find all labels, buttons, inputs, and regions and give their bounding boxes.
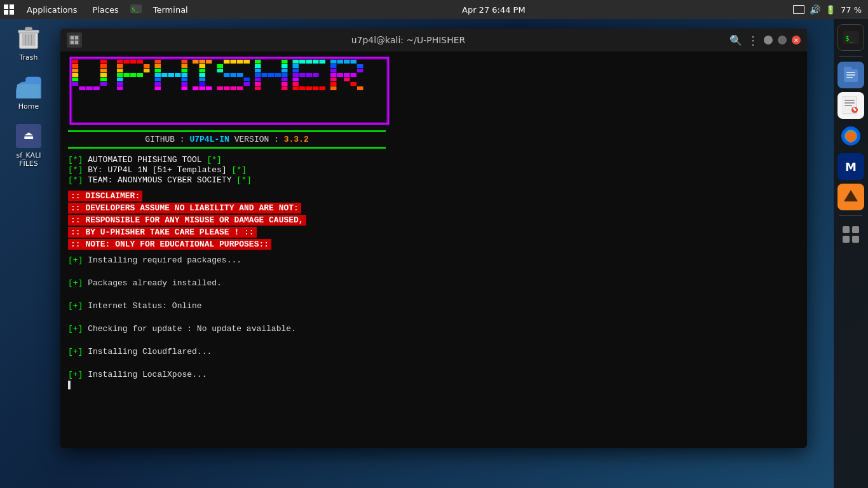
terminal-title: u7p4l@kali: ~/U-PHISHER: [87, 35, 729, 45]
github-user: U7P4L-IN: [189, 135, 229, 144]
asterisk-line-2: [*] BY: U7P4L 1N [51+ Templates] [*]: [68, 165, 799, 175]
green-divider-bottom: [68, 147, 386, 149]
menu-icon[interactable]: ⋮: [747, 34, 759, 47]
dock-separator-2: [839, 215, 862, 216]
asterisk-line-1: [*] AUTOMATED PHISHING TOOL [*]: [68, 155, 799, 165]
status-cloudflared: [+] Installing Cloudflared...: [68, 347, 799, 356]
logo-container: [68, 57, 799, 126]
svg-rect-23: [846, 77, 853, 78]
disclaimer-line-4: :: BY U-PHISHER TAKE CARE PLEASE ! ::: [68, 227, 257, 238]
desktop-icons: Trash Home ⏏ sf_KALI FILES: [6, 25, 51, 168]
right-dock: $_ M: [834, 19, 868, 488]
svg-rect-21: [846, 72, 855, 73]
terminal-taskbar-btn[interactable]: Terminal: [147, 4, 194, 16]
taskbar-left: Applications Places $_ Terminal: [0, 4, 194, 16]
home-icon-image: [16, 74, 41, 100]
version-num: 3.3.2: [284, 135, 309, 144]
svg-text:$_: $_: [132, 6, 139, 13]
trash-icon-image: [16, 25, 41, 51]
battery-level: 77 %: [841, 5, 862, 15]
svg-text:M: M: [845, 160, 857, 173]
svg-rect-5: [25, 27, 32, 30]
status-localxpose: [+] Installing LocalXpose...: [68, 370, 799, 379]
svg-rect-25: [844, 100, 855, 101]
info-line: GITHUB : U7P4L-IN VERSION : 3.3.2: [68, 135, 386, 144]
svg-rect-36: [843, 226, 850, 233]
terminal-window: u7p4l@kali: ~/U-PHISHER 🔍 ⋮ ✕ GITHUB : U…: [60, 29, 807, 448]
svg-text:$_: $_: [845, 34, 854, 43]
dock-separator-1: [839, 56, 862, 57]
trash-icon-desktop[interactable]: Trash: [6, 25, 51, 62]
svg-rect-9: [17, 84, 40, 98]
maximize-button[interactable]: [778, 36, 787, 44]
dock-document[interactable]: [837, 92, 864, 119]
svg-rect-16: [75, 41, 78, 44]
taskbar: Applications Places $_ Terminal Apr 27 6…: [0, 0, 868, 19]
github-label: GITHUB :: [145, 135, 189, 144]
minimize-button[interactable]: [764, 36, 773, 44]
volume-icon: 🔊: [810, 4, 820, 15]
disclaimer-line-1: :: DISCLAIMER:: [68, 191, 142, 201]
svg-rect-26: [844, 102, 855, 104]
disclaimer-line-2: :: DEVELOPERS ASSUME NO LIABILITY AND AR…: [68, 203, 301, 214]
applications-menu[interactable]: Applications: [20, 4, 83, 16]
dock-apps-grid[interactable]: [837, 221, 864, 248]
disclaimer-line-3: :: RESPONSIBLE FOR ANY MISUSE OR DAMAGE …: [68, 215, 306, 226]
dock-terminal[interactable]: $_: [837, 24, 864, 51]
disclaimer-block: :: DISCLAIMER: :: DEVELOPERS ASSUME NO L…: [68, 190, 799, 250]
version-label: VERSION :: [234, 135, 284, 144]
status-update: [+] Checking for update : No update avai…: [68, 324, 799, 334]
terminal-controls: 🔍 ⋮ ✕: [729, 34, 801, 47]
kali-files-icon-desktop[interactable]: ⏏ sf_KALI FILES: [6, 123, 51, 168]
battery-icon: 🔋: [825, 5, 836, 15]
home-icon-desktop[interactable]: Home: [6, 74, 51, 111]
app-grid-icon: [4, 4, 14, 15]
green-divider-top: [68, 130, 386, 132]
dock-files[interactable]: [837, 62, 864, 88]
svg-rect-27: [844, 105, 852, 106]
kali-files-label: sf_KALI FILES: [16, 151, 41, 168]
search-icon[interactable]: 🔍: [729, 34, 742, 46]
svg-rect-13: [71, 36, 74, 39]
terminal-body[interactable]: GITHUB : U7P4L-IN VERSION : 3.3.2 [*] AU…: [60, 51, 807, 448]
svg-rect-14: [75, 36, 78, 39]
svg-rect-20: [844, 67, 851, 71]
status-packages: [+] Packages already installed.: [68, 278, 799, 288]
dock-malwarebytes[interactable]: M: [837, 153, 864, 180]
places-menu[interactable]: Places: [86, 4, 125, 16]
close-button[interactable]: ✕: [792, 36, 801, 44]
taskbar-right: 🔊 🔋 77 %: [793, 4, 868, 15]
svg-rect-22: [846, 74, 855, 76]
new-tab-button[interactable]: [67, 32, 82, 48]
terminal-taskbar-icon: $_: [130, 4, 142, 15]
status-installing: [+] Installing required packages...: [68, 255, 799, 265]
disclaimer-line-5: :: NOTE: ONLY FOR EDUCATIONAL PURPOSES::: [68, 239, 271, 250]
svg-text:⏏: ⏏: [23, 128, 34, 142]
home-label: Home: [18, 102, 39, 111]
svg-rect-38: [843, 236, 850, 243]
dock-burpsuite[interactable]: [837, 184, 864, 210]
asterisk-line-3: [*] TEAM: ANONYMOUS CYBER SOCIETY [*]: [68, 175, 799, 185]
terminal-titlebar: u7p4l@kali: ~/U-PHISHER 🔍 ⋮ ✕: [60, 29, 807, 51]
display-icon: [793, 5, 804, 14]
kali-icon-image: ⏏: [16, 123, 41, 149]
status-internet: [+] Internet Status: Online: [68, 301, 799, 311]
svg-rect-37: [852, 226, 859, 233]
dock-firefox[interactable]: [837, 123, 864, 149]
svg-rect-15: [71, 41, 74, 44]
taskbar-datetime: Apr 27 6:44 PM: [194, 5, 793, 15]
trash-label: Trash: [19, 53, 37, 62]
svg-rect-39: [852, 236, 859, 243]
cursor-prompt: ▌: [68, 381, 799, 390]
